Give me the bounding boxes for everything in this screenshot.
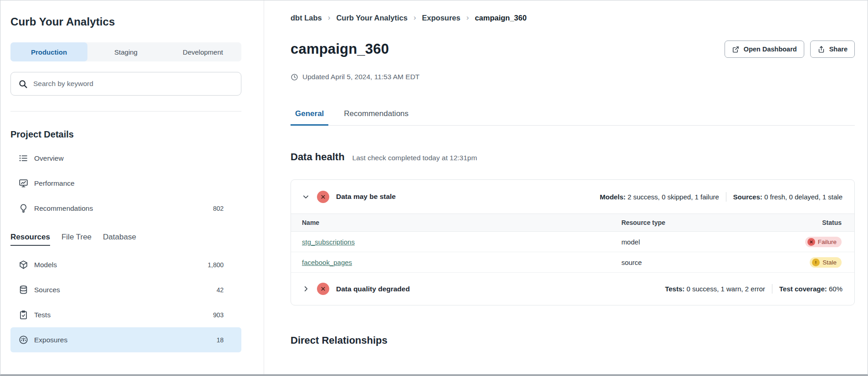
x-circle-icon bbox=[317, 191, 329, 203]
summary-divider bbox=[772, 284, 772, 294]
last-updated-text: Updated April 5, 2024, 11:53 AM EDT bbox=[302, 73, 419, 81]
resource-type-cell: source bbox=[610, 252, 768, 273]
breadcrumb-separator: › bbox=[414, 13, 416, 22]
data-health-heading: Data health bbox=[291, 151, 345, 163]
x-circle-icon bbox=[807, 238, 815, 246]
open-dashboard-button[interactable]: Open Dashboard bbox=[725, 41, 804, 58]
detail-tabs: General Recommendations bbox=[291, 109, 855, 126]
resource-view-tabs: Resources File Tree Database bbox=[10, 233, 241, 246]
item-count: 1,800 bbox=[208, 261, 224, 269]
stale-resources-table: Name Resource type Status stg_subscripti… bbox=[291, 213, 854, 273]
env-tab-development[interactable]: Development bbox=[164, 42, 241, 61]
chevron-down-icon[interactable] bbox=[302, 193, 310, 201]
stale-summary: Models: 2 success, 0 skipped, 1 failure … bbox=[600, 192, 842, 202]
tests-summary: Tests: 0 success, 1 warn, 2 error bbox=[665, 285, 765, 293]
breadcrumb-separator: › bbox=[328, 13, 331, 22]
tab-recommendations[interactable]: Recommendations bbox=[339, 109, 413, 126]
sidebar-item-label: Tests bbox=[34, 311, 51, 319]
search-icon bbox=[18, 79, 28, 89]
test-coverage-summary: Test coverage: 60% bbox=[779, 285, 842, 293]
summary-divider bbox=[726, 192, 726, 202]
share-icon bbox=[817, 46, 825, 53]
app-window: Curb Your Analytics Production Staging D… bbox=[0, 0, 868, 374]
button-label: Share bbox=[829, 46, 848, 53]
item-count: 802 bbox=[213, 205, 224, 212]
stale-section-header[interactable]: Data may be stale Models: 2 success, 0 s… bbox=[291, 180, 854, 213]
quality-section-header[interactable]: Data quality degraded Tests: 0 success, … bbox=[291, 273, 854, 305]
item-count: 18 bbox=[216, 336, 224, 344]
sidebar-search[interactable] bbox=[10, 72, 241, 96]
section-title: Data may be stale bbox=[336, 193, 396, 201]
clipboard-check-icon bbox=[19, 310, 28, 320]
sidebar-divider bbox=[10, 111, 241, 112]
tab-general[interactable]: General bbox=[291, 109, 328, 126]
resource-link[interactable]: stg_subscriptions bbox=[302, 238, 355, 246]
breadcrumb-exposures[interactable]: Exposures bbox=[422, 14, 460, 22]
tab-resources[interactable]: Resources bbox=[10, 233, 50, 246]
sidebar-item-overview[interactable]: Overview bbox=[10, 146, 241, 171]
direct-relationships-heading: Direct Relationships bbox=[291, 335, 855, 346]
resources-nav: Models 1,800 Sources 42 Tests bbox=[10, 252, 241, 352]
breadcrumb-separator: › bbox=[466, 13, 469, 22]
status-badge: Stale bbox=[810, 257, 842, 268]
lightbulb-icon bbox=[19, 203, 28, 213]
sidebar-item-performance[interactable]: Performance bbox=[10, 171, 241, 196]
search-input[interactable] bbox=[33, 80, 234, 88]
external-link-icon bbox=[732, 46, 740, 53]
button-label: Open Dashboard bbox=[744, 46, 797, 53]
last-check-text: Last check completed today at 12:31pm bbox=[352, 154, 477, 162]
data-health-card: Data may be stale Models: 2 success, 0 s… bbox=[291, 179, 855, 305]
item-count: 903 bbox=[213, 311, 224, 319]
sidebar-item-models[interactable]: Models 1,800 bbox=[10, 252, 241, 277]
main-content: dbt Labs › Curb Your Analytics › Exposur… bbox=[264, 0, 868, 374]
sidebar-item-tests[interactable]: Tests 903 bbox=[10, 302, 241, 327]
status-badge: Failure bbox=[805, 237, 842, 247]
database-icon bbox=[19, 285, 28, 295]
cube-icon bbox=[19, 260, 28, 269]
section-title: Data quality degraded bbox=[336, 285, 410, 293]
chevron-right-icon[interactable] bbox=[302, 285, 310, 293]
sidebar-item-label: Performance bbox=[34, 179, 75, 188]
exclamation-circle-icon bbox=[812, 259, 820, 266]
item-count: 42 bbox=[216, 286, 224, 294]
env-tab-production[interactable]: Production bbox=[10, 42, 87, 61]
sidebar-item-label: Exposures bbox=[34, 336, 67, 344]
page-title: campaign_360 bbox=[291, 41, 389, 57]
breadcrumb-current-page: campaign_360 bbox=[475, 14, 527, 22]
tab-file-tree[interactable]: File Tree bbox=[61, 233, 92, 246]
gauge-icon bbox=[19, 335, 28, 345]
title-actions: Open Dashboard Share bbox=[725, 41, 855, 58]
project-sidebar: Curb Your Analytics Production Staging D… bbox=[0, 0, 264, 374]
sidebar-item-label: Recommendations bbox=[34, 204, 93, 213]
column-header-resource-type: Resource type bbox=[610, 214, 768, 232]
project-details-heading: Project Details bbox=[10, 129, 241, 140]
share-button[interactable]: Share bbox=[810, 41, 855, 58]
table-header-row: Name Resource type Status bbox=[291, 214, 854, 232]
environment-tabs: Production Staging Development bbox=[10, 42, 241, 61]
sidebar-item-sources[interactable]: Sources 42 bbox=[10, 277, 241, 302]
monitor-chart-icon bbox=[19, 178, 28, 188]
breadcrumb-dbt-labs[interactable]: dbt Labs bbox=[291, 14, 322, 22]
resource-link[interactable]: facebook_pages bbox=[302, 259, 352, 266]
sources-summary: Sources: 0 fresh, 0 delayed, 1 stale bbox=[733, 193, 842, 201]
models-summary: Models: 2 success, 0 skipped, 1 failure bbox=[600, 193, 719, 201]
tab-database[interactable]: Database bbox=[103, 233, 136, 246]
column-header-status: Status bbox=[768, 214, 854, 232]
sidebar-item-recommendations[interactable]: Recommendations 802 bbox=[10, 196, 241, 221]
breadcrumb: dbt Labs › Curb Your Analytics › Exposur… bbox=[291, 13, 855, 22]
quality-summary: Tests: 0 success, 1 warn, 2 error Test c… bbox=[665, 284, 842, 294]
sidebar-item-label: Overview bbox=[34, 154, 64, 163]
sidebar-item-label: Models bbox=[34, 261, 57, 269]
breadcrumb-project[interactable]: Curb Your Analytics bbox=[336, 14, 407, 22]
table-row: stg_subscriptions model Failure bbox=[291, 232, 854, 252]
project-details-nav: Overview Performance Recommendations 802 bbox=[10, 146, 241, 221]
list-icon bbox=[19, 153, 28, 163]
last-updated: Updated April 5, 2024, 11:53 AM EDT bbox=[291, 73, 855, 81]
x-circle-icon bbox=[317, 283, 329, 295]
resource-type-cell: model bbox=[610, 232, 768, 252]
env-tab-staging[interactable]: Staging bbox=[87, 42, 164, 61]
sidebar-item-exposures[interactable]: Exposures 18 bbox=[10, 327, 241, 352]
clock-icon bbox=[291, 73, 298, 81]
project-title: Curb Your Analytics bbox=[10, 15, 241, 28]
column-header-name: Name bbox=[291, 214, 610, 232]
